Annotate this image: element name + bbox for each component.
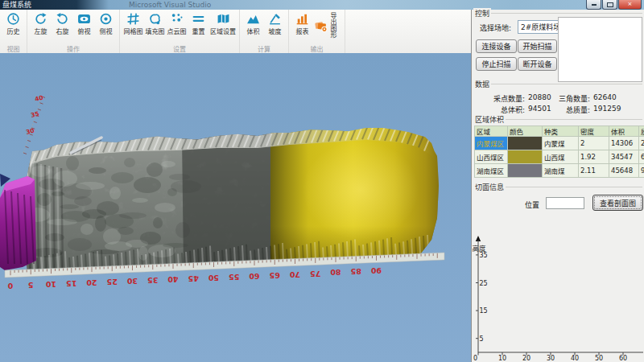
toolbar-button-label: 左旋 [35,27,47,35]
maximize-button[interactable] [602,0,617,10]
toolbar-group-3: 体积坡度计算 [240,10,289,53]
fill-map-button[interactable]: 填充图 [145,12,165,35]
toolbar-button-label: 导出图形 [328,12,337,39]
top-view-icon [77,12,91,26]
slope-button[interactable]: 坡度 [265,12,285,35]
toolbar-button-label: 俯视 [78,27,91,35]
stop-scan-button[interactable]: 停止扫描 [476,57,517,71]
h-ruler-label: 85 [351,267,361,276]
volume-cell: 14306 [609,137,639,150]
toolbar-button-label: 历史 [7,27,20,35]
h-ruler-label: 20 [86,278,97,287]
v-ruler-label: 30 [25,127,35,136]
table-column-header: 颜色 [508,126,543,137]
density-cell: 2 [579,137,609,150]
chart-origin-label: 0 [473,355,477,362]
side-view-icon [99,12,113,26]
region-volume-group-label: 区域体积 [473,114,506,125]
h-ruler-label: 0 [7,282,13,290]
minimize-icon [592,4,597,6]
minimize-button[interactable] [586,0,601,10]
chart-x-tick-label: 40 [571,355,579,362]
start-scan-button[interactable]: 开始扫描 [518,39,557,53]
history-button[interactable]: 历史 [3,12,23,35]
volume-cell: 45648 [609,164,639,178]
chart-y-tick-label: 5 [480,335,484,343]
profile-chart: 高度51525351020304050600 [472,233,644,362]
scene-3d: 0510152025303540455055606570758085903035… [0,53,471,362]
toolbar-group-label: 设置 [120,44,239,53]
table-row[interactable]: 湖南煤区湖南煤2.114564896317 [475,164,644,178]
h-ruler-label: 75 [310,269,320,278]
h-ruler-label: 45 [188,274,199,283]
point-cloud-button[interactable]: 点云图 [167,12,187,35]
h-ruler-label: 5 [28,281,34,290]
site-select-value: 2#原煤料场 [521,22,560,32]
type-cell: 山西煤 [543,150,579,164]
toolbar-group-1: 左旋右旋俯视侧视操作 [27,10,120,53]
chart-y-tick-label: 15 [480,307,488,315]
side-panel: 控制 选择场地: 2#原煤料场 ▼ 连接设备 开始扫描 停止扫描 断开设备 数据… [471,10,644,362]
total-mass-label: 总质量: [540,105,590,115]
region-cell: 内蒙煤区 [475,137,508,150]
table-column-header: 质量 [639,126,644,137]
h-ruler-label: 50 [208,274,220,282]
background-window-title: Microsoft Visual Studio [129,0,211,10]
yellow-bottom-shade [270,226,443,274]
volume-button[interactable]: 体积 [243,12,263,35]
color-swatch-cell [508,164,543,178]
toolbar-button-label: 体积 [247,27,260,35]
h-ruler-label: 60 [249,272,260,281]
device-log-box[interactable] [558,17,642,82]
total-mass-value: 191259 [593,105,621,113]
position-label: 位置 [525,200,539,210]
top-view-button[interactable]: 俯视 [74,12,94,35]
h-ruler-label: 15 [66,279,76,288]
h-ruler-label: 25 [107,278,118,286]
window-title: 盘煤系统 [2,0,31,10]
h-ruler-label: 65 [270,271,280,280]
disconnect-device-button[interactable]: 断开设备 [518,57,557,71]
v-ruler-label: 35 [30,110,39,119]
mass-cell: 28612 [639,137,644,150]
grid-map-icon [126,12,140,26]
density-cell: 1.92 [579,150,609,164]
table-row[interactable]: 内蒙煤区内蒙煤21430628612 [475,137,644,150]
h-ruler-label: 35 [147,276,158,285]
density-cell: 2.11 [579,164,609,178]
viewport-3d[interactable]: 0510152025303540455055606570758085903035… [0,53,471,362]
slice-info-group-label: 切面信息 [473,182,506,192]
h-ruler-label: 90 [371,266,382,275]
position-input[interactable] [546,197,584,209]
history-icon [6,12,20,26]
rotate-left-icon [34,12,47,26]
close-button[interactable]: × [618,0,642,10]
chart-x-tick-label: 60 [619,355,627,362]
grid-map-button[interactable]: 网格图 [123,12,143,35]
rotate-left-button[interactable]: 左旋 [31,12,51,35]
export-image-button[interactable]: 导出图形 [314,12,341,39]
reset-icon [192,12,205,26]
chart-x-tick-label: 10 [498,355,506,362]
fill-map-icon [148,12,162,26]
report-button[interactable]: 报表 [292,12,312,35]
volume-cell: 34547 [609,150,639,164]
connect-device-button[interactable]: 连接设备 [476,39,517,53]
view-profile-button[interactable]: 查看剖面图 [592,195,643,211]
triangle-count-value: 62640 [593,93,617,101]
chart-y-tick-label: 25 [480,280,488,287]
region-cell: 山西煤区 [475,150,508,164]
table-row[interactable]: 山西煤区山西煤1.923454766330 [475,150,644,164]
rotate-right-button[interactable]: 右旋 [52,12,72,35]
toolbar-button-label: 坡度 [269,27,282,35]
chart-x-tick-label: 30 [547,355,555,362]
h-ruler-label: 70 [290,270,301,279]
region-settings-button[interactable]: 区域设置 [210,12,236,35]
side-view-button[interactable]: 侧视 [96,12,116,35]
control-group-line [473,13,642,14]
toolbar-button-label: 右旋 [56,27,69,35]
triangle-count-label: 三角数量: [540,93,590,104]
reset-button[interactable]: 重置 [188,12,208,35]
toolbar-group-2: 网格图填充图点云图重置区域设置设置 [120,10,240,53]
v-ruler-label: 40 [34,94,43,103]
